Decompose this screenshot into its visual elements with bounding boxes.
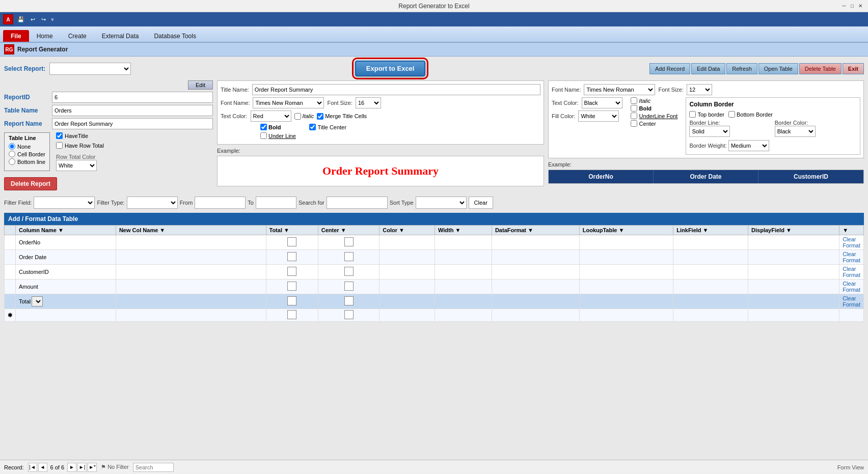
new-col-name-input-1[interactable] (119, 239, 263, 245)
quick-undo-button[interactable]: ↩ (29, 15, 37, 24)
select-report-dropdown[interactable] (49, 63, 131, 75)
row-displayfield-1[interactable] (748, 235, 839, 250)
tab-file[interactable]: File (3, 30, 29, 42)
border-color-select[interactable]: Black White Red (775, 126, 816, 137)
new-row-linkfield[interactable] (673, 309, 748, 322)
row-width-3[interactable] (435, 265, 492, 280)
center-checkbox-4[interactable] (344, 282, 354, 291)
col-header-color[interactable]: Color ▼ (379, 226, 435, 235)
new-center-checkbox[interactable] (344, 310, 354, 319)
row-new-col-name-2[interactable] (116, 250, 266, 265)
row-dataformat-4[interactable] (492, 280, 579, 294)
export-to-excel-button[interactable]: Export to Excel (355, 61, 426, 76)
row-linkfield-3[interactable] (673, 265, 748, 280)
col-header-center[interactable]: Center ▼ (318, 226, 379, 235)
title-name-input[interactable] (252, 84, 540, 95)
row-clear-5[interactable]: Clear Format (839, 294, 864, 309)
new-col-name-input-2[interactable] (119, 254, 263, 260)
row-clear-2[interactable]: Clear Format (839, 250, 864, 265)
font-name-select[interactable]: Times New Roman Arial Calibri (253, 97, 324, 108)
border-line-select[interactable]: Solid Dashed Dotted (689, 126, 730, 137)
row-color-1[interactable] (379, 235, 435, 250)
row-color-3[interactable] (379, 265, 435, 280)
tab-create[interactable]: Create (61, 30, 94, 42)
new-total-checkbox[interactable] (287, 310, 296, 319)
row-color-2[interactable] (379, 250, 435, 265)
col-font-size-select[interactable]: 12 14 16 (687, 84, 712, 95)
row-linkfield-2[interactable] (673, 250, 748, 265)
tab-home[interactable]: Home (29, 30, 61, 42)
status-search-input[interactable] (133, 463, 174, 470)
nav-new-button[interactable]: ►* (88, 463, 97, 470)
add-record-button[interactable]: Add Record (649, 63, 690, 74)
exit-button[interactable]: Exit (843, 63, 864, 74)
quick-save-button[interactable]: 💾 (15, 15, 26, 24)
row-dataformat-3[interactable] (492, 265, 579, 280)
edit-data-button[interactable]: Edit Data (691, 63, 725, 74)
col-header-total[interactable]: Total ▼ (266, 226, 318, 235)
col-fill-color-select[interactable]: White Black Blue (578, 110, 619, 122)
new-row-color[interactable] (379, 309, 435, 322)
new-row-col2[interactable] (116, 309, 266, 322)
col-header-dataformat[interactable]: DataFormat ▼ (492, 226, 579, 235)
center-checkbox-3[interactable] (344, 267, 354, 276)
row-lookuptable-3[interactable] (579, 265, 673, 280)
font-size-select[interactable]: 16 12 14 18 (356, 97, 381, 108)
no-filter-button[interactable]: ⚑ No Filter (101, 464, 129, 469)
row-lookuptable-2[interactable] (579, 250, 673, 265)
col-header-linkfield[interactable]: LinkField ▼ (673, 226, 748, 235)
total-col-select[interactable] (32, 296, 43, 306)
row-total-color-select[interactable]: White Black Red Blue (56, 160, 97, 171)
to-input[interactable] (256, 197, 296, 209)
row-lookuptable-1[interactable] (579, 235, 673, 250)
row-clear-4[interactable]: Clear Format (839, 280, 864, 294)
none-radio[interactable] (9, 143, 15, 150)
filter-type-select[interactable] (127, 197, 178, 209)
clear-format-link-3[interactable]: Clear Format (843, 266, 860, 278)
new-row-width[interactable] (435, 309, 492, 322)
report-name-input[interactable] (52, 118, 213, 129)
row-color-4[interactable] (379, 280, 435, 294)
nav-first-button[interactable]: |◄ (28, 463, 37, 470)
quick-redo-button[interactable]: ↪ (39, 15, 48, 24)
clear-format-link-5[interactable]: Clear Format (843, 295, 860, 308)
nav-prev-button[interactable]: ◄ (38, 463, 47, 470)
row-new-col-name-4[interactable] (116, 280, 266, 294)
row-dataformat-2[interactable] (492, 250, 579, 265)
row-clear-3[interactable]: Clear Format (839, 265, 864, 280)
row-width-5[interactable] (435, 294, 492, 309)
new-col-name-input-4[interactable] (119, 284, 263, 290)
table-name-input[interactable] (52, 105, 213, 116)
new-row-col1[interactable] (16, 309, 116, 322)
bottom-border-checkbox[interactable] (728, 111, 735, 118)
clear-button[interactable]: Clear (469, 197, 493, 209)
refresh-button[interactable]: Refresh (726, 63, 757, 74)
filter-field-select[interactable] (34, 197, 95, 209)
col-underline-checkbox[interactable] (631, 113, 637, 119)
row-new-col-name-3[interactable] (116, 265, 266, 280)
open-table-button[interactable]: Open Table (758, 63, 798, 74)
underline-checkbox[interactable] (260, 132, 267, 139)
col-bold-checkbox[interactable] (631, 105, 637, 111)
delete-table-button[interactable]: Delete Table (799, 63, 842, 74)
new-col-name-input-3[interactable] (119, 269, 263, 275)
bottom-line-radio[interactable] (9, 158, 15, 165)
sort-type-select[interactable] (416, 197, 467, 209)
close-button[interactable]: ✕ (857, 3, 864, 10)
col-center-checkbox[interactable] (631, 120, 637, 127)
quick-dropdown[interactable]: ▼ (50, 17, 55, 22)
row-linkfield-4[interactable] (673, 280, 748, 294)
row-clear-1[interactable]: Clear Format (839, 235, 864, 250)
row-new-col-name-1[interactable] (116, 235, 266, 250)
col-header-displayfield[interactable]: DisplayField ▼ (748, 226, 839, 235)
merge-checkbox[interactable] (317, 113, 323, 120)
col-text-color-select[interactable]: Black White Red (582, 97, 622, 108)
clear-format-link-1[interactable]: Clear Format (843, 236, 860, 248)
total-checkbox-3[interactable] (287, 267, 296, 276)
total-checkbox-1[interactable] (287, 237, 296, 246)
text-color-select[interactable]: Red Black Blue White (251, 110, 291, 122)
row-displayfield-4[interactable] (748, 280, 839, 294)
row-linkfield-1[interactable] (673, 235, 748, 250)
have-row-total-checkbox[interactable] (56, 142, 63, 149)
row-linkfield-5[interactable] (673, 294, 748, 309)
